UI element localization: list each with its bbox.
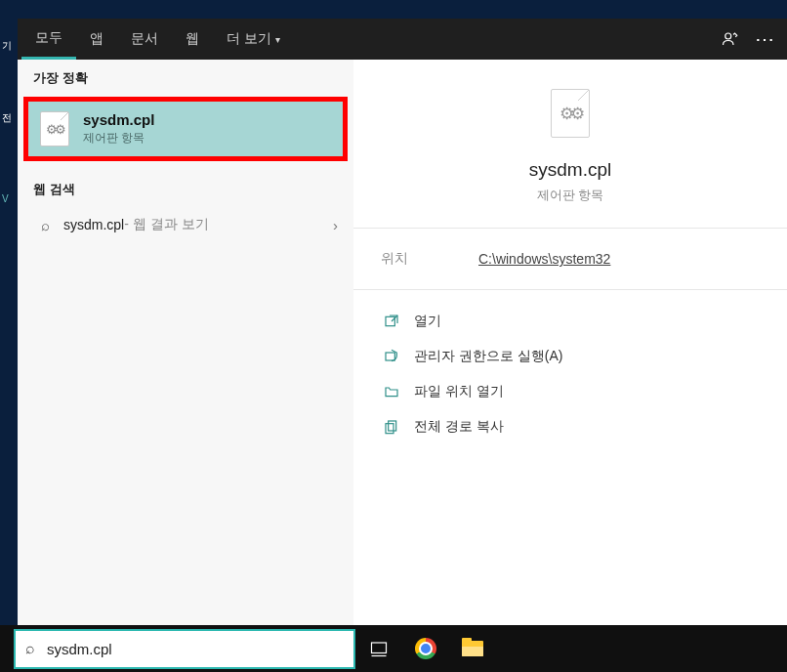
action-open[interactable]: 열기: [373, 304, 767, 339]
folder-open-icon: [381, 384, 402, 399]
action-open-label: 열기: [414, 313, 441, 330]
preview-area: ⚙⚙ sysdm.cpl 제어판 항목: [353, 60, 787, 229]
action-copy-path[interactable]: 전체 경로 복사: [373, 409, 767, 444]
file-explorer-app[interactable]: [449, 625, 496, 672]
copy-path-icon: [381, 419, 402, 435]
details-column: ⚙⚙ sysdm.cpl 제어판 항목 위치 C:\windows\system…: [353, 60, 787, 625]
search-panel: 모두 앱 문서 웹 더 보기▾ ⋯ 가장 정확 ⚙⚙ sysdm.cpl 제어판…: [18, 19, 787, 625]
tab-apps[interactable]: 앱: [76, 21, 117, 58]
task-view-button[interactable]: [355, 625, 402, 672]
tabs-header: 모두 앱 문서 웹 더 보기▾ ⋯: [18, 19, 787, 60]
svg-rect-3: [389, 421, 396, 431]
results-column: 가장 정확 ⚙⚙ sysdm.cpl 제어판 항목 웹 검색 ⌕ sysdm.c…: [18, 60, 353, 625]
web-search-result[interactable]: ⌕ sysdm.cpl - 웹 결과 보기 ›: [18, 206, 353, 243]
chevron-down-icon: ▾: [275, 34, 280, 45]
open-icon: [381, 314, 402, 329]
chrome-icon: [415, 638, 436, 659]
search-value: sysdm.cpl: [47, 641, 112, 657]
search-icon: ⌕: [25, 640, 35, 657]
action-open-location-label: 파일 위치 열기: [414, 383, 504, 400]
web-suffix: - 웹 결과 보기: [124, 216, 208, 233]
content-row: 가장 정확 ⚙⚙ sysdm.cpl 제어판 항목 웹 검색 ⌕ sysdm.c…: [18, 60, 787, 625]
svg-rect-4: [386, 424, 394, 434]
tab-all[interactable]: 모두: [21, 20, 76, 60]
action-run-admin[interactable]: 관리자 권한으로 실행(A): [373, 339, 767, 374]
location-label: 위치: [381, 250, 478, 268]
location-value[interactable]: C:\windows\system32: [478, 251, 610, 267]
search-icon: ⌕: [41, 217, 50, 233]
feedback-icon: [722, 30, 739, 48]
action-open-location[interactable]: 파일 위치 열기: [373, 374, 767, 409]
taskbar: ⌕ sysdm.cpl: [0, 625, 787, 672]
admin-run-icon: [381, 349, 402, 364]
action-run-admin-label: 관리자 권한으로 실행(A): [414, 348, 562, 365]
svg-rect-2: [386, 353, 394, 360]
task-view-icon: [370, 640, 388, 657]
location-row: 위치 C:\windows\system32: [353, 229, 787, 290]
actions-list: 열기 관리자 권한으로 실행(A) 파일 위치 열기: [353, 290, 787, 458]
chrome-app[interactable]: [402, 625, 449, 672]
web-term: sysdm.cpl: [63, 217, 124, 232]
search-input[interactable]: ⌕ sysdm.cpl: [14, 629, 355, 669]
feedback-button[interactable]: [713, 21, 748, 57]
svg-rect-5: [372, 643, 387, 653]
svg-rect-1: [386, 316, 394, 325]
svg-point-0: [725, 33, 731, 39]
control-panel-file-icon-large: ⚙⚙: [551, 89, 590, 138]
best-match-subtitle: 제어판 항목: [83, 130, 154, 147]
section-web-search: 웹 검색: [18, 171, 353, 206]
tab-more[interactable]: 더 보기▾: [213, 21, 294, 58]
preview-title: sysdm.cpl: [529, 159, 611, 181]
action-copy-path-label: 전체 경로 복사: [414, 418, 504, 436]
tab-documents[interactable]: 문서: [117, 21, 172, 58]
more-options-button[interactable]: ⋯: [748, 21, 783, 57]
best-match-title: sysdm.cpl: [83, 111, 154, 128]
preview-subtitle: 제어판 항목: [537, 187, 604, 204]
control-panel-file-icon: ⚙⚙: [40, 111, 69, 147]
tab-web[interactable]: 웹: [172, 21, 213, 58]
folder-icon: [462, 641, 483, 656]
ellipsis-icon: ⋯: [755, 27, 776, 51]
chevron-right-icon: ›: [333, 217, 338, 233]
tab-more-label: 더 보기: [227, 30, 271, 46]
best-match-result[interactable]: ⚙⚙ sysdm.cpl 제어판 항목: [23, 97, 348, 161]
desktop-partial-icons: 기 전 V: [0, 0, 18, 625]
section-best-match: 가장 정확: [18, 60, 353, 95]
